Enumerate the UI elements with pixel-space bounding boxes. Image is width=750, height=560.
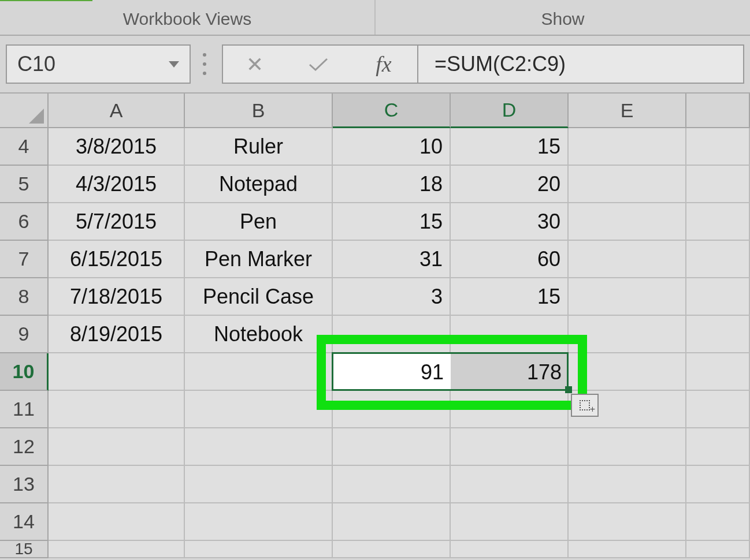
cell-a6[interactable]: 5/7/2015	[49, 203, 185, 241]
name-box[interactable]: C10	[6, 44, 191, 84]
row-header-13[interactable]: 13	[0, 466, 49, 503]
cell-c11[interactable]	[333, 391, 451, 428]
cell-a12[interactable]	[49, 428, 185, 466]
row-header-14[interactable]: 14	[0, 503, 49, 541]
cell-b10[interactable]	[185, 353, 333, 391]
cell-b14[interactable]	[185, 503, 333, 541]
chevron-down-icon[interactable]	[169, 61, 179, 68]
cell-f13[interactable]	[686, 466, 750, 503]
cell-a8[interactable]: 7/18/2015	[49, 278, 185, 316]
row-header-9[interactable]: 9	[0, 316, 49, 353]
cell-e13[interactable]	[569, 466, 686, 503]
cell-e6[interactable]	[569, 203, 686, 241]
cell-d9[interactable]	[451, 316, 569, 353]
cell-d13[interactable]	[451, 466, 569, 503]
cell-b15[interactable]	[185, 541, 333, 558]
cell-f5[interactable]	[686, 166, 750, 203]
cell-c15[interactable]	[333, 541, 451, 558]
cell-d7[interactable]: 60	[451, 241, 569, 278]
cell-e5[interactable]	[569, 166, 686, 203]
cell-a15[interactable]	[49, 541, 185, 558]
cell-b7[interactable]: Pen Marker	[185, 241, 333, 278]
cell-b9[interactable]: Notebook	[185, 316, 333, 353]
row-header-10[interactable]: 10	[0, 353, 49, 391]
enter-button[interactable]	[287, 46, 350, 83]
cell-b5[interactable]: Notepad	[185, 166, 333, 203]
cell-c12[interactable]	[333, 428, 451, 466]
cell-e8[interactable]	[569, 278, 686, 316]
cell-b12[interactable]	[185, 428, 333, 466]
cell-b4[interactable]: Ruler	[185, 128, 333, 166]
column-header-e[interactable]: E	[569, 94, 686, 128]
cell-b8[interactable]: Pencil Case	[185, 278, 333, 316]
cell-b6[interactable]: Pen	[185, 203, 333, 241]
cell-f4[interactable]	[686, 128, 750, 166]
cell-a14[interactable]	[49, 503, 185, 541]
cell-d14[interactable]	[451, 503, 569, 541]
cell-a13[interactable]	[49, 466, 185, 503]
ribbon-group-workbook-views[interactable]: Workbook Views	[0, 0, 376, 35]
cell-e7[interactable]	[569, 241, 686, 278]
column-header-a[interactable]: A	[49, 94, 185, 128]
cell-f6[interactable]	[686, 203, 750, 241]
cell-d5[interactable]: 20	[451, 166, 569, 203]
row-header-5[interactable]: 5	[0, 166, 49, 203]
row-header-7[interactable]: 7	[0, 241, 49, 278]
cell-a5[interactable]: 4/3/2015	[49, 166, 185, 203]
cell-c5[interactable]: 18	[333, 166, 451, 203]
cell-f7[interactable]	[686, 241, 750, 278]
cell-c9[interactable]	[333, 316, 451, 353]
cell-d6[interactable]: 30	[451, 203, 569, 241]
cell-f12[interactable]	[686, 428, 750, 466]
cell-a4[interactable]: 3/8/2015	[49, 128, 185, 166]
cell-b13[interactable]	[185, 466, 333, 503]
formula-bar-input[interactable]: =SUM(C2:C9)	[418, 44, 744, 84]
autofill-options-button[interactable]: +	[571, 394, 599, 417]
cell-a10[interactable]	[49, 353, 185, 391]
row-header-8[interactable]: 8	[0, 278, 49, 316]
cell-e12[interactable]	[569, 428, 686, 466]
cell-f11[interactable]	[686, 391, 750, 428]
insert-function-button[interactable]: fx	[350, 46, 418, 83]
cell-d15[interactable]	[451, 541, 569, 558]
column-header-c[interactable]: C	[333, 94, 451, 128]
select-all-corner[interactable]	[0, 94, 49, 128]
cell-f14[interactable]	[686, 503, 750, 541]
cell-e4[interactable]	[569, 128, 686, 166]
cell-a9[interactable]: 8/19/2015	[49, 316, 185, 353]
cell-e15[interactable]	[569, 541, 686, 558]
cell-c6[interactable]: 15	[333, 203, 451, 241]
cell-b11[interactable]	[185, 391, 333, 428]
cell-c8[interactable]: 3	[333, 278, 451, 316]
row-header-12[interactable]: 12	[0, 428, 49, 466]
column-header-f[interactable]	[686, 94, 750, 128]
cell-f8[interactable]	[686, 278, 750, 316]
spreadsheet-grid[interactable]: A B C D E 4 3/8/2015 Ruler 10 15 5 4/3/2…	[0, 94, 750, 558]
row-header-11[interactable]: 11	[0, 391, 49, 428]
cell-d8[interactable]: 15	[451, 278, 569, 316]
cell-c13[interactable]	[333, 466, 451, 503]
active-cell-c10[interactable]: 91	[333, 353, 451, 391]
cell-c14[interactable]	[333, 503, 451, 541]
selected-cell-d10[interactable]: 178	[451, 353, 569, 391]
cell-f9[interactable]	[686, 316, 750, 353]
cell-f10[interactable]	[686, 353, 750, 391]
cell-e10[interactable]	[569, 353, 686, 391]
cell-e14[interactable]	[569, 503, 686, 541]
cell-c7[interactable]: 31	[333, 241, 451, 278]
cell-d11[interactable]	[451, 391, 569, 428]
cell-d12[interactable]	[451, 428, 569, 466]
cell-a7[interactable]: 6/15/2015	[49, 241, 185, 278]
row-header-6[interactable]: 6	[0, 203, 49, 241]
cell-c4[interactable]: 10	[333, 128, 451, 166]
column-header-d[interactable]: D	[451, 94, 569, 128]
cell-f15[interactable]	[686, 541, 750, 558]
cell-e9[interactable]	[569, 316, 686, 353]
ribbon-group-show[interactable]: Show	[376, 0, 750, 35]
cell-d4[interactable]: 15	[451, 128, 569, 166]
cell-a11[interactable]	[49, 391, 185, 428]
column-header-b[interactable]: B	[185, 94, 333, 128]
cancel-button[interactable]	[223, 46, 287, 83]
row-header-4[interactable]: 4	[0, 128, 49, 166]
row-header-15[interactable]: 15	[0, 541, 49, 558]
